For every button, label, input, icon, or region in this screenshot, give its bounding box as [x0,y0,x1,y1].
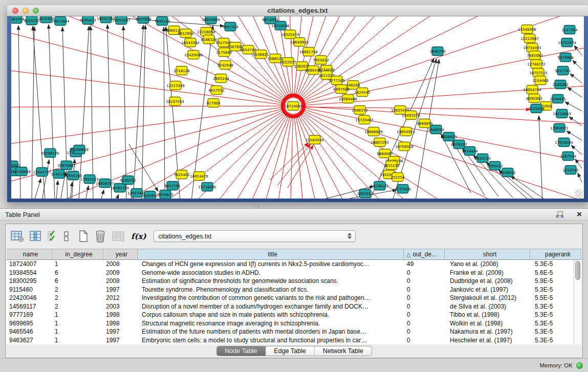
minimize-window-button[interactable] [23,8,29,14]
graph-node[interactable]: 11548408 [518,25,536,34]
column-header-in-degree[interactable]: in_degree [52,249,103,259]
graph-node[interactable]: 16961758 [299,48,318,56]
column-header-out-de-[interactable]: △out_de… [404,249,445,259]
graph-node[interactable]: 12213987 [520,34,539,43]
graph-node[interactable]: 7625402 [173,170,189,179]
graph-node[interactable]: 16543382 [181,38,200,47]
graph-node[interactable]: 13992071 [550,124,569,133]
graph-node[interactable]: 1154469 [532,76,548,85]
graph-node[interactable]: 9450012 [499,168,515,177]
show-columns-icon[interactable] [30,230,42,243]
column-header-title[interactable]: title [138,249,404,259]
graph-node[interactable]: 2061554 [11,16,25,24]
graph-node[interactable]: 7857224 [222,23,238,31]
graph-node[interactable]: 9146821 [253,50,269,59]
graph-node[interactable]: 16914479 [190,172,208,181]
table-row[interactable]: 1872400712008Changes of HCN gene express… [7,260,581,269]
graph-node[interactable]: 18807293 [371,138,389,147]
table-row[interactable]: 1456911722003Disruption of a novel membe… [7,302,581,311]
graph-node[interactable]: 8813054 [262,16,278,24]
graph-node[interactable]: 8427552 [208,86,224,95]
function-builder-icon[interactable]: f(x) [131,232,146,241]
close-panel-icon[interactable]: × [577,211,582,218]
graph-node[interactable]: 9242848 [217,61,233,70]
graph-node[interactable]: 6497568 [333,85,349,94]
tab-edge-table[interactable]: Edge Table [265,346,314,356]
graph-node[interactable]: 1733426 [395,185,411,193]
graph-node[interactable]: 1095412 [487,162,503,170]
table-row[interactable]: 911546021997Tourette syndrome. Phenomeno… [7,286,581,294]
graph-node[interactable]: 22420046 [184,51,203,59]
float-panel-icon[interactable] [556,211,564,218]
graph-node[interactable]: 9245013 [80,16,96,25]
graph-node[interactable]: 9153201 [24,16,39,25]
graph-node[interactable]: 7955812 [313,56,329,64]
row-height-icon[interactable] [63,230,70,243]
select-all-icon[interactable] [48,230,58,243]
delete-column-icon[interactable] [94,230,106,243]
graph-node[interactable]: 9329968 [557,53,573,62]
graph-node[interactable]: 18954754 [523,85,541,94]
graph-node[interactable]: 1640954 [428,125,444,134]
create-column-icon[interactable] [78,230,89,243]
vertical-scrollbar[interactable] [574,260,581,344]
graph-node[interactable]: 18107554 [166,97,184,106]
graph-node[interactable]: 9245012 [120,176,136,185]
graph-node[interactable]: 1093251 [357,189,373,198]
graph-hub-node[interactable]: 18724007 [284,102,302,111]
graph-node[interactable]: 12748272 [527,60,546,69]
graph-node[interactable]: 16210643 [553,110,571,118]
graph-node[interactable]: 12213349 [166,81,185,90]
column-header-pagerank[interactable]: pagerank [530,249,581,259]
graph-node[interactable]: 9457791 [164,182,180,190]
graph-node[interactable]: 9777169 [329,76,344,85]
graph-node[interactable]: 15751874 [558,38,576,47]
graph-node[interactable]: 9935813 [157,190,173,199]
table-row[interactable]: 2242004622012Investigating the contribut… [7,294,581,302]
table-row[interactable]: 946554611997Estimation of the future num… [7,327,581,336]
window-titlebar[interactable]: citations_edges.txt [7,5,588,16]
graph-node[interactable]: 7485083 [527,51,542,60]
graph-node[interactable]: 20913844 [51,17,70,26]
tab-node-table[interactable]: Node Table [216,346,265,356]
graph-node[interactable]: 16033809 [202,16,220,24]
column-header-name[interactable]: name [7,249,52,259]
graph-node[interactable]: 9474444 [462,147,478,156]
graph-node[interactable]: 2803144 [213,74,229,83]
graph-node[interactable]: 1646794 [429,47,446,56]
graph-node[interactable]: 14136141 [371,182,389,190]
graph-node[interactable]: 2718126 [173,67,190,75]
network-graph[interactable]: 8660123891295422226058165433828186328932… [11,16,584,199]
table-row[interactable]: 946362711997Embryonic stem cells: a mode… [7,336,581,345]
graph-node[interactable]: 1835951 [142,191,158,199]
split-handle[interactable] [253,204,259,207]
table-row[interactable]: 977716911998Corpus callosum shape and si… [7,311,581,319]
graph-node[interactable]: 1244415 [550,95,565,103]
import-table-icon[interactable] [112,230,125,243]
graph-node[interactable]: 817004 [207,99,221,107]
graph-node[interactable]: 1527606 [135,16,151,24]
table-mode-icon[interactable] [11,230,24,243]
network-canvas[interactable]: 8660123891295422226058165433828186328932… [11,16,584,199]
graph-node[interactable]: 17016504 [555,138,573,147]
table-select-dropdown[interactable]: citations_edges.txt [154,230,356,242]
graph-node[interactable]: 9215958 [528,104,544,113]
tab-network-table[interactable]: Network Table [314,346,372,356]
graph-node[interactable]: 9227341 [555,67,571,75]
graph-node[interactable]: 10756928 [395,142,413,151]
graph-node[interactable]: 3175685 [216,48,232,57]
graph-node[interactable]: 15720407 [355,116,374,124]
graph-node[interactable]: 2935114 [474,154,491,163]
table-row[interactable]: 969969511998Structural magnetic resonanc… [7,319,581,328]
graph-node[interactable]: 1117304 [561,26,578,34]
column-header-short[interactable]: short [445,249,530,259]
canvas-resize-grip[interactable] [575,190,583,198]
graph-node[interactable]: 8095963 [526,94,542,103]
graph-node[interactable]: 1209382 [552,80,568,89]
graph-node[interactable]: 20206576 [41,149,59,158]
graph-node[interactable]: 8186328 [201,35,216,44]
graph-node[interactable]: 8912954 [178,29,194,38]
graph-node[interactable]: 1615152 [383,161,399,170]
graph-node[interactable]: 1210345 [562,166,578,174]
column-header-year[interactable]: year [103,249,138,259]
